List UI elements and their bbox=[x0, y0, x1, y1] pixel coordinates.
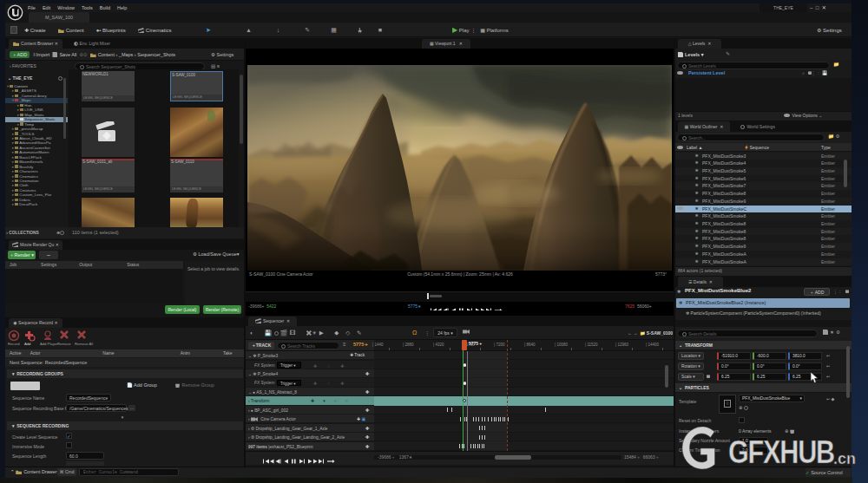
svg-text:Record: Record bbox=[8, 342, 20, 346]
svg-text:.cn: .cn bbox=[833, 450, 856, 467]
svg-text:GFXHUB: GFXHUB bbox=[728, 434, 835, 470]
svg-text:Add Player: Add Player bbox=[40, 342, 58, 346]
svg-text:Add: Add bbox=[24, 342, 31, 346]
svg-text:Remove All: Remove All bbox=[75, 342, 93, 346]
svg-text:Remove: Remove bbox=[57, 342, 71, 346]
